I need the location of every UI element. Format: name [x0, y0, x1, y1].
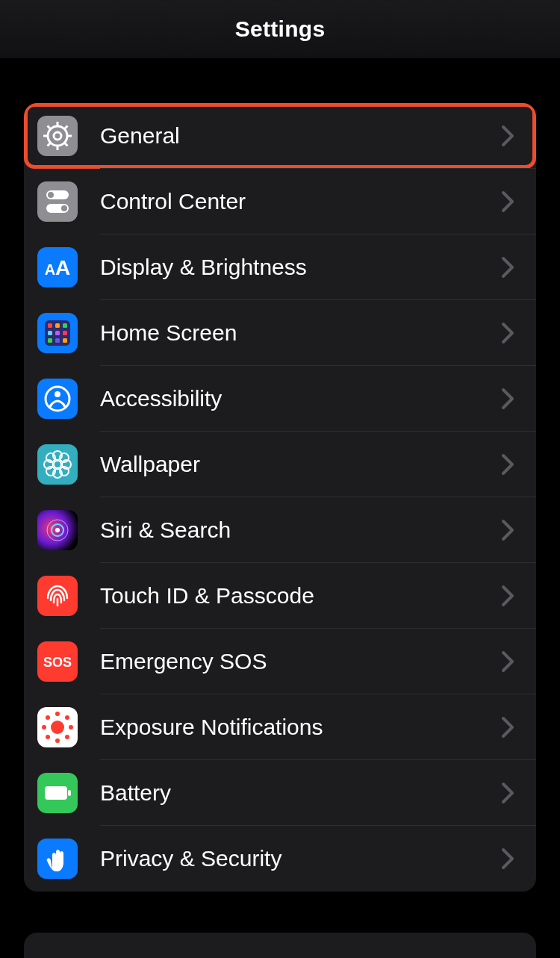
- settings-row-privacy-security[interactable]: Privacy & Security: [24, 826, 536, 892]
- settings-row-display-brightness[interactable]: Display & Brightness: [24, 234, 536, 300]
- settings-row-label: Privacy & Security: [100, 846, 497, 871]
- settings-row-control-center[interactable]: Control Center: [24, 169, 536, 234]
- settings-row-siri-search[interactable]: Siri & Search: [24, 497, 536, 563]
- flower-icon: [37, 444, 78, 485]
- chevron-right-icon: [497, 387, 527, 411]
- battery-icon: [37, 773, 78, 813]
- chevron-right-icon: [497, 452, 527, 476]
- settings-row-label: Display & Brightness: [100, 255, 497, 280]
- settings-row-general[interactable]: General: [24, 103, 536, 169]
- settings-row-wallpaper[interactable]: Wallpaper: [24, 432, 536, 497]
- chevron-right-icon: [497, 190, 527, 214]
- chevron-right-icon: [497, 715, 527, 739]
- toggles-icon: [37, 181, 78, 222]
- gear-icon: [37, 116, 78, 156]
- exposure-icon: [37, 707, 78, 747]
- settings-row-emergency-sos[interactable]: Emergency SOS: [24, 629, 536, 694]
- hand-icon: [37, 839, 78, 879]
- settings-row-label: Battery: [100, 780, 497, 806]
- settings-row-label: Accessibility: [100, 386, 497, 411]
- fingerprint-icon: [37, 576, 78, 616]
- settings-row-label: Siri & Search: [100, 517, 497, 543]
- navbar: Settings: [0, 0, 560, 58]
- chevron-right-icon: [497, 650, 527, 674]
- settings-row-touch-id-passcode[interactable]: Touch ID & Passcode: [24, 563, 536, 629]
- settings-row-battery[interactable]: Battery: [24, 760, 536, 826]
- settings-row-label: Emergency SOS: [100, 649, 497, 674]
- settings-row-label: Touch ID & Passcode: [100, 583, 497, 609]
- settings-row-label: Home Screen: [100, 320, 497, 346]
- siri-icon: [37, 510, 78, 550]
- chevron-right-icon: [497, 518, 527, 542]
- grid-icon: [37, 313, 78, 353]
- settings-row-exposure-notifications[interactable]: Exposure Notifications: [24, 694, 536, 760]
- settings-list: GeneralControl CenterDisplay & Brightnes…: [24, 103, 536, 892]
- page-title: Settings: [235, 16, 326, 42]
- chevron-right-icon: [497, 321, 527, 345]
- settings-row-label: Control Center: [100, 189, 497, 214]
- settings-row-home-screen[interactable]: Home Screen: [24, 300, 536, 366]
- chevron-right-icon: [497, 124, 527, 148]
- sos-icon: [37, 641, 78, 682]
- chevron-right-icon: [497, 847, 527, 871]
- chevron-right-icon: [497, 584, 527, 608]
- settings-row-accessibility[interactable]: Accessibility: [24, 366, 536, 432]
- aa-icon: [37, 247, 78, 287]
- person-circle-icon: [37, 379, 78, 419]
- settings-row-label: Exposure Notifications: [100, 715, 497, 740]
- chevron-right-icon: [497, 781, 527, 805]
- settings-row-label: Wallpaper: [100, 452, 497, 477]
- settings-row-label: General: [100, 123, 497, 149]
- next-section-peek: [24, 933, 536, 958]
- chevron-right-icon: [497, 255, 527, 279]
